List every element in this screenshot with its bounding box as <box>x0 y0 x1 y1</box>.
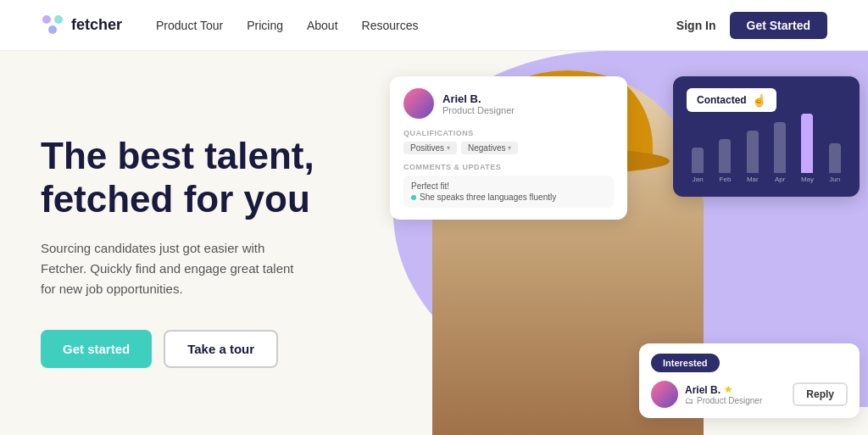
interested-card: Interested Ariel B. ★ 🗂 Product Designer <box>639 343 860 418</box>
qualifications-label: QUALIFICATIONS <box>403 129 614 137</box>
bar-label: May <box>801 176 814 183</box>
tag-positives[interactable]: Positives ▾ <box>403 142 457 154</box>
interested-name: Ariel B. ★ <box>685 384 762 396</box>
bar-label: Jun <box>829 176 840 183</box>
comments-box: Perfect fit! She speaks three languages … <box>403 176 614 208</box>
hero-buttons: Get started Take a tour <box>41 330 349 368</box>
interested-left: Ariel B. ★ 🗂 Product Designer <box>651 381 762 408</box>
comment-1: Perfect fit! <box>411 181 606 191</box>
bar-column: May <box>796 114 818 183</box>
chart-bar <box>829 143 841 173</box>
hero-left: The best talent, fetched for you Sourcin… <box>0 51 390 435</box>
chart-bar <box>719 139 731 173</box>
profile-name: Ariel B. <box>442 92 515 105</box>
nav-item-pricing[interactable]: Pricing <box>247 18 283 33</box>
chevron-down-icon: ▾ <box>508 144 511 152</box>
folder-icon: 🗂 <box>685 396 693 405</box>
nav-item-product-tour[interactable]: Product Tour <box>156 18 223 33</box>
hero-title: The best talent, fetched for you <box>41 135 349 220</box>
tag-negatives[interactable]: Negatives ▾ <box>461 142 518 154</box>
profile-card-header: Ariel B. Product Designer <box>403 88 614 119</box>
qualification-tags: Positives ▾ Negatives ▾ <box>403 142 614 154</box>
comment-2: She speaks three languages fluently <box>411 192 606 202</box>
logo-text: fetcher <box>71 16 122 34</box>
get-started-button[interactable]: Get started <box>41 330 152 368</box>
bar-column: Apr <box>769 122 791 183</box>
svg-point-2 <box>48 25 57 34</box>
bar-column: Feb <box>714 139 736 183</box>
comments-label: COMMENTS & UPDATES <box>403 163 614 171</box>
nav-item-about[interactable]: About <box>307 18 338 33</box>
nav-right: Sign In Get Started <box>676 12 827 39</box>
nav-links: Product Tour Pricing About Resources <box>156 18 676 33</box>
bar-label: Feb <box>720 176 732 183</box>
bar-label: Mar <box>747 176 759 183</box>
bar-label: Jan <box>693 176 704 183</box>
avatar <box>403 88 434 119</box>
svg-point-0 <box>42 15 51 24</box>
profile-card: Ariel B. Product Designer QUALIFICATIONS… <box>390 76 627 220</box>
interested-info: Ariel B. ★ 🗂 Product Designer <box>685 384 762 405</box>
take-tour-button[interactable]: Take a tour <box>164 330 278 368</box>
navbar: fetcher Product Tour Pricing About Resou… <box>0 0 868 51</box>
chart-bars: JanFebMarAprMayJun <box>687 124 846 183</box>
bar-column: Jan <box>687 148 709 183</box>
chart-bar <box>747 131 759 173</box>
contacted-badge: Contacted ☝ <box>687 88 776 112</box>
bar-column: Mar <box>742 131 764 183</box>
reply-button[interactable]: Reply <box>793 382 848 406</box>
chart-bar <box>801 114 813 173</box>
hero-section: The best talent, fetched for you Sourcin… <box>0 51 868 435</box>
signin-button[interactable]: Sign In <box>676 19 716 32</box>
avatar <box>651 381 678 408</box>
profile-role: Product Designer <box>442 105 515 115</box>
chevron-down-icon: ▾ <box>447 144 450 152</box>
logo[interactable]: fetcher <box>41 14 122 37</box>
hand-cursor-icon: ☝ <box>752 93 766 107</box>
profile-info: Ariel B. Product Designer <box>442 92 515 115</box>
nav-item-resources[interactable]: Resources <box>362 18 419 33</box>
bullet-icon <box>411 195 416 200</box>
interested-role: 🗂 Product Designer <box>685 396 762 405</box>
bar-column: Jun <box>824 143 846 183</box>
hero-subtitle: Sourcing candidates just got easier with… <box>41 238 312 299</box>
chart-card: Contacted ☝ JanFebMarAprMayJun <box>673 76 860 197</box>
hero-right: Ariel B. Product Designer QUALIFICATIONS… <box>390 51 868 435</box>
interested-badge: Interested <box>651 354 720 372</box>
nav-getstarted-button[interactable]: Get Started <box>730 12 827 39</box>
star-icon: ★ <box>724 384 732 395</box>
bar-label: Apr <box>775 176 785 183</box>
svg-point-1 <box>54 15 63 24</box>
chart-bar <box>774 122 786 173</box>
interested-profile: Ariel B. ★ 🗂 Product Designer Reply <box>651 381 848 408</box>
chart-bar <box>692 148 704 173</box>
